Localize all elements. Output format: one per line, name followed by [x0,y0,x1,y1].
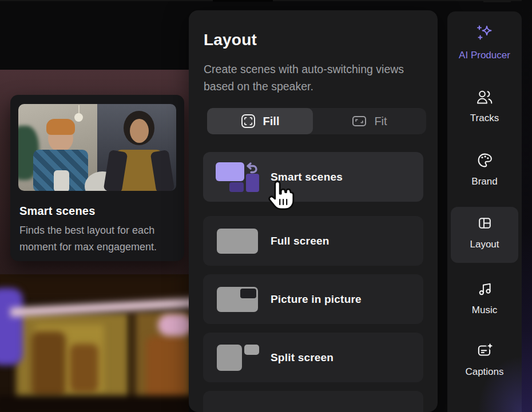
option-full-screen[interactable]: Full screen [203,216,423,266]
layout-panel: Layout Create scenes with auto-switching… [189,10,438,412]
smart-scenes-tooltip: Smart scenes Finds the best layout for e… [10,95,184,261]
right-edge-gradient [522,0,532,412]
tooltip-description: Finds the best layout for each moment fo… [19,222,178,255]
sidebar-item-music[interactable]: Music [447,280,522,316]
sidebar-item-ai-producer[interactable]: AI Producer [447,25,522,61]
full-screen-icon [215,225,260,257]
panel-description: Create scenes with auto-switching views … [204,61,423,95]
video-canvas-cartoon-clip [0,274,189,412]
sidebar-item-label: Music [447,305,522,316]
option-smart-scenes[interactable]: Smart scenes [203,152,423,202]
sidebar-item-label: Layout [447,239,522,250]
background-window-fragment [213,0,273,2]
fill-fit-segmented-control: Fill Fit [207,108,426,134]
sidebar-item-label: AI Producer [447,50,522,61]
segment-fit-label: Fit [374,115,387,128]
option-grid-partial[interactable] [203,391,423,412]
layout-options-list: Smart scenes Full screen Picture in pict… [203,152,423,412]
sidebar-item-captions[interactable]: Captions [447,341,522,378]
segment-fill-label: Fill [263,115,280,128]
sidebar-item-brand[interactable]: Brand [447,151,522,187]
palette-icon [476,151,494,169]
sidebar-item-label: Tracks [447,113,522,124]
sidebar-item-label: Brand [447,176,522,187]
sparkles-icon [475,25,494,43]
people-icon [475,89,494,106]
fit-icon [352,115,367,127]
sidebar-item-label: Captions [447,366,522,378]
option-label: Picture in picture [271,293,362,306]
picture-in-picture-icon [215,283,260,315]
split-screen-icon [215,342,260,374]
cloud-icon [474,406,495,412]
panel-title: Layout [204,31,257,49]
segment-fill[interactable]: Fill [207,108,313,134]
option-picture-in-picture[interactable]: Picture in picture [203,274,423,324]
sidebar-item-layout[interactable]: Layout [447,214,522,250]
option-label: Smart scenes [271,171,343,183]
option-label: Split screen [271,351,334,364]
sidebar-item-partial[interactable] [447,406,522,412]
layout-grid-icon [476,214,494,232]
preview-speaker-right [97,104,176,191]
smart-scenes-icon [215,161,260,193]
preview-speaker-left [18,104,97,191]
segment-fit[interactable]: Fit [313,108,426,134]
background-window-fragment [483,0,511,2]
music-note-icon [476,280,494,298]
editor-sidebar: AI Producer Tracks Brand La [447,11,522,412]
option-split-screen[interactable]: Split screen [203,333,423,382]
sidebar-item-tracks[interactable]: Tracks [447,89,522,124]
smart-scenes-preview-image [18,104,176,191]
fill-icon [241,114,256,129]
captions-icon [475,341,494,359]
option-label: Full screen [271,235,329,247]
tooltip-title: Smart scenes [19,205,95,218]
